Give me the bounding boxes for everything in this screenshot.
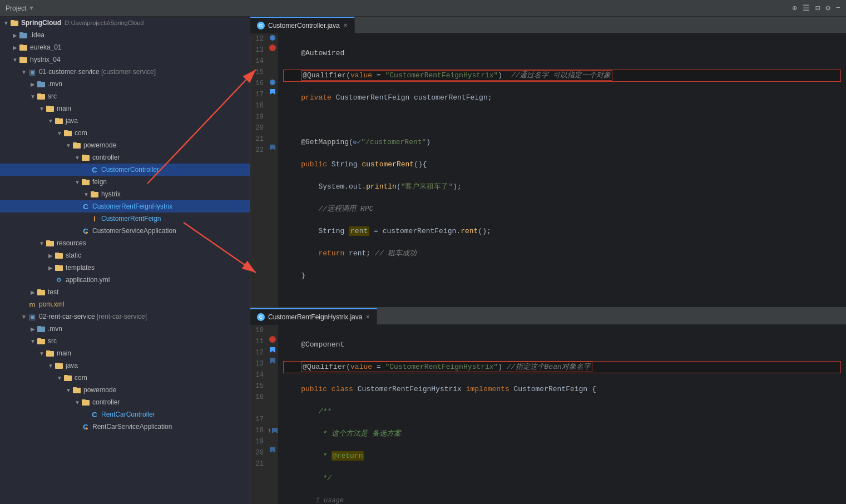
project-label: Project: [6, 4, 26, 12]
ln-16: 16: [250, 78, 267, 89]
code-line-top-16: @GetMapping(⊕✓"/customerRent"): [284, 137, 840, 148]
bottom-code-area[interactable]: 10 11 12: [250, 325, 846, 504]
title-bar: Project ▼ ⊕ ☰ ⊟ ⚙ −: [0, 0, 846, 17]
layout-icon[interactable]: ⊟: [815, 3, 820, 13]
sidebar-item-controller1[interactable]: controller: [0, 151, 250, 164]
bottom-code-content[interactable]: @Component @Qualifier(value = "CustomerR…: [278, 325, 846, 504]
com2-label: com: [75, 374, 87, 382]
sidebar-item-appyml[interactable]: ⚙ application.yml: [0, 274, 250, 286]
module-icon-02rent: ▣: [28, 312, 37, 321]
sidebar-item-static[interactable]: static: [0, 249, 250, 261]
controller1-label: controller: [92, 154, 120, 161]
sidebar-item-main1[interactable]: main: [0, 102, 250, 115]
sidebar-item-springcloud[interactable]: SpringCloud D:\Java\projects\SpringCloud: [0, 17, 250, 29]
folder-icon-controller2: [81, 398, 90, 407]
tab-close-crfh[interactable]: ✕: [365, 314, 370, 320]
svg-rect-31: [55, 265, 59, 266]
sidebar-item-powernode2[interactable]: powernode: [0, 384, 250, 396]
sidebar-item-csa[interactable]: C● CustomerServiceApplication: [0, 225, 250, 237]
ln-b20: 20: [250, 447, 267, 458]
ln-b19: 19: [250, 436, 267, 447]
main1-label: main: [57, 105, 71, 112]
com1-label: com: [75, 129, 87, 137]
sidebar-item-idea[interactable]: .idea: [0, 29, 250, 41]
sidebar-item-feign[interactable]: feign: [0, 176, 250, 188]
code-line-top-19: //远程调用 RPC: [284, 204, 840, 215]
folder-icon-powernode2: [72, 386, 81, 394]
ln-22: 22: [250, 145, 267, 156]
folder-icon-com2: [63, 373, 72, 382]
tab-customercontroller[interactable]: C CustomerController.java ✕: [250, 17, 355, 33]
sidebar-item-02rent[interactable]: ▣ 02-rent-car-service [rent-car-service]: [0, 310, 250, 323]
crf-label: CustomerRentFeign: [101, 215, 161, 223]
sidebar-item-01customer[interactable]: ▣ 01-customer-service [customer-service]: [0, 66, 250, 78]
top-code-content[interactable]: @Autowired @Qualifier(value = "CustomerR…: [278, 33, 846, 307]
ln-b14: 14: [250, 369, 267, 381]
sidebar-item-crfh[interactable]: C CustomerRentFeignHystrix: [0, 200, 250, 213]
settings-icon[interactable]: ⚙: [825, 3, 830, 13]
sidebar-item-templates[interactable]: templates: [0, 261, 250, 274]
arrow-src1: [29, 92, 37, 100]
sidebar-item-com2[interactable]: com: [0, 372, 250, 384]
sidebar-item-java2[interactable]: java: [0, 359, 250, 372]
sidebar-item-customercontroller[interactable]: C CustomerController: [0, 164, 250, 176]
editor-bottom: C CustomerRentFeignHystrix.java ✕ 10 11: [250, 308, 846, 504]
top-code-area[interactable]: 12 13 14: [250, 33, 846, 307]
sidebar-item-rcsa[interactable]: C● RentCarServiceApplication: [0, 421, 250, 433]
sidebar-item-com1[interactable]: com: [0, 127, 250, 139]
sidebar-item-main2[interactable]: main: [0, 347, 250, 359]
appyml-label: application.yml: [66, 276, 110, 284]
arrow-idea: [11, 31, 19, 39]
pom1-label: pom.xml: [39, 300, 64, 308]
tab-close-cc[interactable]: ✕: [343, 22, 348, 28]
tab-crfh[interactable]: C CustomerRentFeignHystrix.java ✕: [250, 308, 377, 325]
app-icon-rcsa: C●: [81, 422, 90, 431]
tab-icon-crfh: C: [257, 313, 265, 321]
folder-icon-springcloud: [10, 18, 19, 27]
sidebar-item-java1[interactable]: java: [0, 115, 250, 127]
sidebar-item-powernode1[interactable]: powernode: [0, 139, 250, 151]
arrow-resources: [38, 239, 46, 247]
sidebar-item-rcc[interactable]: C RentCarController: [0, 408, 250, 421]
ln-15: 15: [250, 67, 267, 78]
02rent-label: 02-rent-car-service [rent-car-service]: [39, 313, 147, 320]
sidebar-item-hystrix04[interactable]: hystrix_04: [0, 53, 250, 66]
sidebar-item-eureka[interactable]: eureka_01: [0, 41, 250, 53]
sidebar-item-pom1[interactable]: m pom.xml: [0, 298, 250, 310]
sidebar-item-mvn2[interactable]: .mvn: [0, 323, 250, 335]
arrow-main1: [38, 105, 46, 112]
minus-icon[interactable]: −: [836, 3, 840, 13]
gutter-b13: [267, 358, 278, 364]
app-icon-csa: C●: [81, 226, 90, 235]
resources-label: resources: [57, 239, 86, 247]
sidebar-item-src1[interactable]: src: [0, 90, 250, 102]
arrow-com1: [56, 129, 63, 137]
arrow-feign: [73, 178, 81, 186]
code-line-top-20: String rent = customerRentFeign.rent();: [284, 226, 840, 237]
arrow-springcloud: [2, 19, 10, 27]
rcsa-label: RentCarServiceApplication: [92, 423, 172, 431]
sidebar-item-controller2[interactable]: controller: [0, 396, 250, 408]
breakpoint-13: [269, 45, 276, 51]
sidebar-item-test1[interactable]: test: [0, 286, 250, 298]
sidebar-item-src2[interactable]: src: [0, 335, 250, 347]
sidebar-item-hystrix-folder[interactable]: hystrix: [0, 188, 250, 200]
arrow-templates: [47, 264, 55, 271]
globe-icon[interactable]: ⊕: [792, 3, 796, 13]
feign-label: feign: [92, 178, 107, 186]
sidebar-item-mvn1[interactable]: .mvn: [0, 78, 250, 90]
ln-b17: 17: [250, 414, 267, 425]
folder-icon-powernode1: [72, 141, 81, 150]
svg-rect-47: [82, 399, 86, 401]
arrow-test1: [29, 288, 37, 296]
ln-b12: 12: [250, 347, 267, 358]
list-icon[interactable]: ☰: [803, 3, 810, 13]
svg-rect-39: [46, 350, 50, 352]
code-line-bot-15: * @return: [284, 451, 840, 462]
sidebar-item-crf[interactable]: I CustomerRentFeign: [0, 213, 250, 225]
arrow-java2: [47, 362, 55, 369]
ln-b13: 13: [250, 358, 267, 369]
arrow-main2: [38, 349, 46, 357]
sidebar-item-resources[interactable]: resources: [0, 237, 250, 249]
class-icon-rcc: C: [90, 410, 99, 419]
